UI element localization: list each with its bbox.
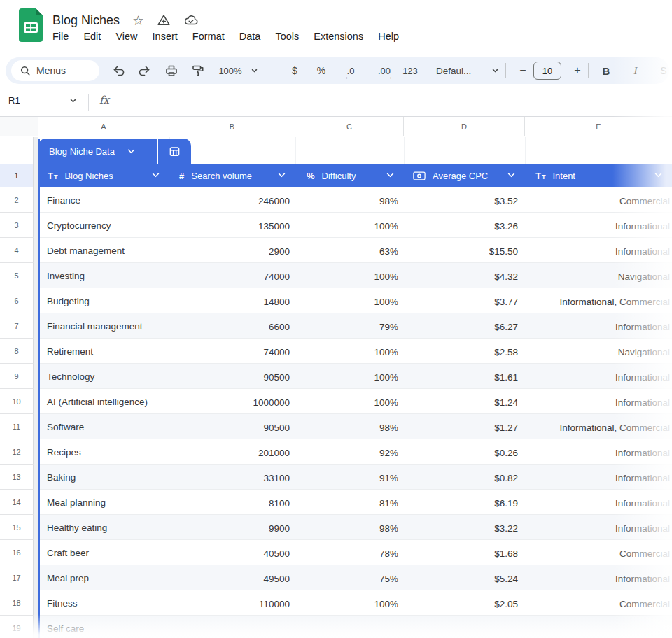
cell-difficulty[interactable]: 63%	[295, 238, 404, 263]
menu-item[interactable]: View	[115, 31, 137, 42]
cell-intent[interactable]: Commercial	[525, 187, 672, 213]
chevron-down-icon[interactable]	[152, 173, 160, 178]
cell-average-cpc[interactable]: $2.05	[404, 590, 525, 616]
row-number[interactable]: 7	[0, 313, 34, 339]
name-box[interactable]: R1	[8, 95, 20, 106]
row-number[interactable]: 6	[0, 288, 34, 313]
row-number[interactable]: 12	[0, 439, 34, 465]
increase-decimals-button[interactable]: .00→	[372, 62, 396, 79]
italic-button[interactable]: I	[627, 62, 644, 79]
header-difficulty[interactable]: % Difficulty	[295, 164, 404, 187]
cell-difficulty[interactable]: 100%	[295, 339, 404, 364]
undo-button[interactable]	[111, 62, 127, 79]
table-view-button[interactable]	[158, 139, 191, 164]
document-title[interactable]: Blog Niches	[52, 13, 120, 28]
cell-intent[interactable]: Informational	[525, 389, 672, 414]
table-name-tab[interactable]: Blog Niche Data	[38, 139, 158, 164]
more-formats-button[interactable]: 123	[399, 62, 421, 79]
cell-niche[interactable]: Recipes	[38, 439, 169, 465]
zoom-value[interactable]: 100%	[214, 62, 246, 79]
column-letter-b[interactable]: B	[169, 117, 295, 136]
cell-difficulty[interactable]: 100%	[295, 213, 404, 238]
font-dropdown-chevron-icon[interactable]	[490, 62, 500, 79]
cell-average-cpc[interactable]: $1.68	[404, 540, 525, 565]
chevron-down-icon[interactable]	[507, 173, 515, 178]
cell-intent[interactable]: Informational	[525, 313, 672, 339]
cell-difficulty[interactable]: 81%	[295, 490, 404, 515]
cell-average-cpc[interactable]: $2.58	[404, 339, 525, 364]
select-all-corner[interactable]	[0, 117, 38, 136]
cell-niche[interactable]: Retirement	[38, 339, 169, 364]
cell-difficulty[interactable]	[295, 616, 404, 638]
menu-item[interactable]: Data	[239, 31, 261, 42]
cell-intent[interactable]: Informational	[525, 465, 672, 490]
cell-search-volume[interactable]	[169, 616, 295, 638]
cell-niche[interactable]: Meal prep	[38, 565, 169, 590]
cell-search-volume[interactable]: 40500	[169, 540, 295, 565]
cell-intent[interactable]: Informational, Commercial	[525, 414, 672, 439]
cell-search-volume[interactable]: 90500	[169, 414, 295, 439]
strikethrough-button[interactable]: S	[655, 62, 672, 79]
cell-intent[interactable]: Informational	[525, 364, 672, 389]
cell-difficulty[interactable]: 91%	[295, 465, 404, 490]
row-number[interactable]: 15	[0, 515, 34, 540]
cell-niche[interactable]: Investing	[38, 263, 169, 288]
cell-search-volume[interactable]: 246000	[169, 187, 295, 213]
move-to-drive-icon[interactable]	[157, 13, 171, 27]
row-number[interactable]: 16	[0, 540, 34, 565]
zoom-dropdown-chevron-icon[interactable]	[249, 62, 259, 79]
cell-niche[interactable]: Fitness	[38, 590, 169, 616]
cell-intent[interactable]: Commercial	[525, 540, 672, 565]
row-number-1[interactable]: 1	[0, 164, 34, 187]
cell-search-volume[interactable]: 201000	[169, 439, 295, 465]
row-number[interactable]: 2	[0, 187, 34, 213]
format-currency-button[interactable]: $	[288, 62, 302, 79]
row-number[interactable]: 18	[0, 590, 34, 616]
cell-niche[interactable]: AI (Artificial intelligence)	[38, 389, 169, 414]
row-number[interactable]: 14	[0, 490, 34, 515]
name-box-chevron-icon[interactable]	[70, 99, 76, 103]
increase-font-size-button[interactable]: +	[570, 62, 585, 79]
cell-niche[interactable]: Self care	[38, 616, 169, 638]
cell-search-volume[interactable]: 49500	[169, 565, 295, 590]
row-number[interactable]: 17	[0, 565, 34, 590]
cell-average-cpc[interactable]: $3.26	[404, 213, 525, 238]
cell-average-cpc[interactable]: $3.52	[404, 187, 525, 213]
cell-difficulty[interactable]: 98%	[295, 414, 404, 439]
cell-intent[interactable]: Navigational	[525, 339, 672, 364]
header-intent[interactable]: TT Intent	[525, 164, 672, 187]
cell-intent[interactable]: Navigational	[525, 263, 672, 288]
cell-average-cpc[interactable]: $1.24	[404, 389, 525, 414]
cell-niche[interactable]: Debt management	[38, 238, 169, 263]
cell-difficulty[interactable]: 100%	[295, 590, 404, 616]
star-icon[interactable]: ☆	[132, 14, 144, 27]
cell-niche[interactable]: Craft beer	[38, 540, 169, 565]
menu-item[interactable]: Edit	[83, 31, 101, 42]
column-letter-e[interactable]: E	[525, 117, 672, 136]
column-letter-a[interactable]: A	[38, 117, 169, 136]
cell-difficulty[interactable]: 100%	[295, 288, 404, 313]
cell-search-volume[interactable]: 33100	[169, 465, 295, 490]
print-button[interactable]	[162, 62, 181, 79]
cell-niche[interactable]: Finance	[38, 187, 169, 213]
font-size-input[interactable]: 10	[533, 62, 561, 80]
cell-niche[interactable]: Baking	[38, 465, 169, 490]
cell-average-cpc[interactable]: $3.22	[404, 515, 525, 540]
cell-average-cpc[interactable]: $15.50	[404, 238, 525, 263]
menus-search[interactable]: Menus	[11, 60, 99, 81]
cell-niche[interactable]: Healthy eating	[38, 515, 169, 540]
menu-item[interactable]: Format	[192, 31, 225, 42]
cell-intent[interactable]: Informational, Commercial	[525, 288, 672, 313]
cloud-saved-icon[interactable]	[183, 14, 199, 27]
row-number[interactable]: 13	[0, 465, 34, 490]
decrease-decimals-button[interactable]: .0←	[340, 62, 361, 79]
cell-average-cpc[interactable]: $6.19	[404, 490, 525, 515]
cell-niche[interactable]: Software	[38, 414, 169, 439]
cell-search-volume[interactable]: 8100	[169, 490, 295, 515]
sheets-logo-icon[interactable]	[19, 8, 43, 42]
cell-average-cpc[interactable]: $5.24	[404, 565, 525, 590]
cell-average-cpc[interactable]: $6.27	[404, 313, 525, 339]
row-number[interactable]: 3	[0, 213, 34, 238]
menu-item[interactable]: File	[52, 31, 69, 42]
format-percent-button[interactable]: %	[314, 62, 328, 79]
